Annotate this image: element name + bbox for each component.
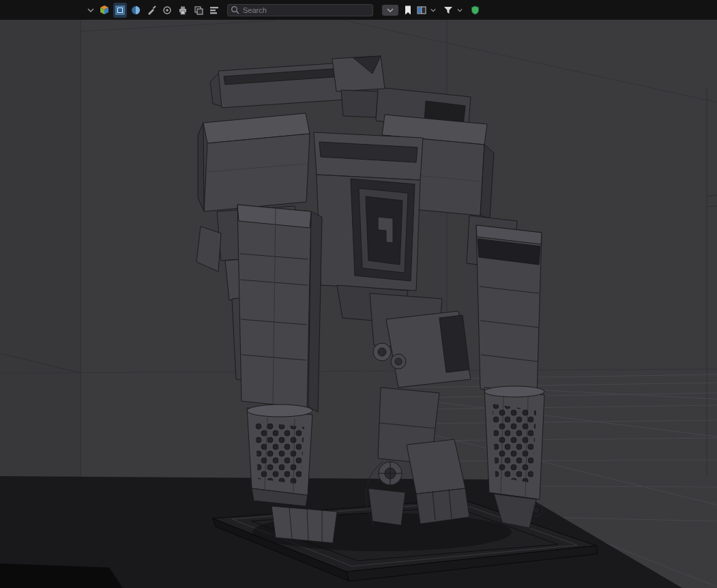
filter-dropdown-chevron[interactable]	[457, 8, 463, 13]
viewport-3d[interactable]	[0, 0, 717, 588]
align-bars-icon[interactable]	[207, 3, 221, 18]
printer-icon[interactable]	[176, 3, 190, 18]
workspace-layout-dropdown-chevron[interactable]	[430, 8, 436, 13]
search-input[interactable]	[227, 4, 373, 16]
sphere-view-icon[interactable]	[129, 3, 143, 18]
paint-brush-icon[interactable]	[145, 3, 158, 18]
modeling-app-window	[0, 0, 717, 588]
search-field-wrap	[227, 3, 373, 16]
mesh-cube-icon[interactable]	[98, 3, 111, 18]
toolbar-chevron-icon[interactable]	[86, 3, 96, 18]
bookmark-icon[interactable]	[403, 3, 413, 18]
top-toolbar	[0, 0, 717, 20]
workspace-layout-icon[interactable]	[415, 3, 428, 18]
preset-dropdown[interactable]	[382, 5, 398, 16]
shaded-view-icon[interactable]	[113, 3, 127, 18]
safe-mode-shield-icon[interactable]	[468, 3, 482, 18]
copy-icon[interactable]	[192, 3, 205, 18]
filter-funnel-icon[interactable]	[441, 3, 455, 18]
sculpt-ring-icon[interactable]	[160, 3, 174, 18]
